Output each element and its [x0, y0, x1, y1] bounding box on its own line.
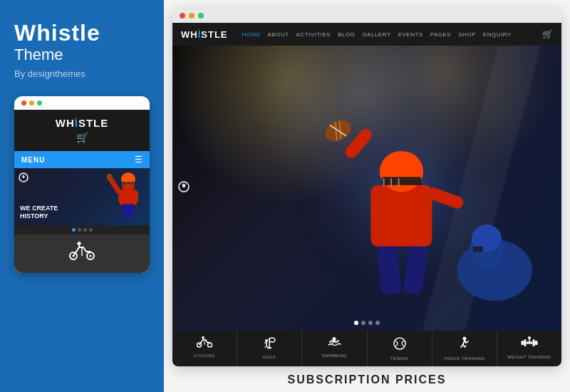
desktop-top-bar	[172, 9, 561, 23]
sport-tennis[interactable]: TENNIS	[368, 331, 432, 366]
left-panel: Whistle Theme By designthemes WHİSTLE 🛒 …	[0, 0, 164, 392]
svg-point-19	[78, 242, 81, 244]
mobile-dot-green	[37, 100, 42, 105]
mobile-cart-icon: 🛒	[76, 132, 88, 143]
mobile-player-silhouette	[107, 172, 150, 225]
svg-point-42	[208, 343, 212, 347]
cycling-label: CYCLING	[175, 354, 234, 358]
mobile-dot-red	[21, 100, 26, 105]
brand-subtitle: Theme	[14, 46, 63, 64]
hero-slide-dots	[354, 321, 380, 325]
desktop-hero	[172, 46, 561, 331]
mobile-dot-2	[78, 228, 81, 232]
desktop-nav-cart-icon[interactable]: 🛒	[542, 29, 553, 39]
nav-item-shop[interactable]: SHOP	[458, 31, 476, 38]
mobile-hero-text: WE CREATE HISTORY	[20, 205, 58, 221]
svg-point-51	[265, 339, 268, 342]
track-training-label: TRACK TRAINING	[435, 356, 494, 361]
tennis-label: TENNIS	[370, 356, 429, 361]
mobile-dark-section: WHİSTLE 🛒	[14, 110, 150, 151]
track-training-icon	[435, 336, 494, 354]
brand-title-text: Whistle	[14, 20, 100, 46]
nav-item-activities[interactable]: ACTIVITIES	[296, 31, 331, 38]
hero-sport-icon	[178, 181, 190, 195]
svg-line-10	[110, 179, 118, 191]
desktop-dot-red	[180, 13, 185, 19]
hero-dot-3	[368, 321, 373, 325]
svg-point-56	[333, 337, 336, 341]
svg-marker-1	[22, 175, 25, 178]
svg-rect-29	[381, 177, 420, 185]
sports-bar: CYCLING	[172, 331, 561, 366]
hero-dot-2	[361, 321, 366, 325]
nav-item-blog[interactable]: BLOG	[338, 31, 355, 38]
swimming-label: SWIMMING	[305, 354, 363, 358]
svg-rect-61	[521, 341, 524, 345]
desktop-nav-logo: WHİSTLE	[181, 29, 228, 40]
mobile-cycling-icon	[21, 242, 142, 266]
swimming-icon	[305, 336, 363, 351]
desktop-nav-items: HOME ABOUT ACTIVITIES BLOG GALLERY EVENT…	[242, 31, 542, 38]
svg-rect-62	[524, 339, 526, 346]
svg-point-66	[528, 336, 531, 339]
golf-label: GOLF	[240, 355, 299, 359]
hero-player-figure	[270, 60, 542, 331]
svg-rect-6	[123, 204, 128, 218]
svg-line-55	[266, 346, 268, 348]
weight-training-label: WEIGHT TRAINING	[500, 355, 559, 359]
mobile-soccer-ball-icon	[19, 172, 28, 185]
desktop-nav-logo-highlight: İ	[198, 29, 202, 40]
sport-track-training[interactable]: TRACK TRAINING	[432, 331, 497, 366]
mobile-dot-4	[89, 228, 93, 232]
sport-weight-training[interactable]: WEIGHT TRAINING	[497, 331, 561, 366]
svg-rect-65	[534, 341, 537, 345]
hero-dot-4	[375, 321, 380, 325]
mobile-logo-highlight: İ	[75, 117, 78, 129]
weight-training-icon	[500, 336, 559, 353]
right-panel: WHİSTLE HOME ABOUT ACTIVITIES BLOG GALLE…	[164, 0, 570, 392]
hero-dot-1	[354, 321, 358, 325]
svg-point-28	[379, 151, 423, 192]
subscription-title: SUBSCRIPTION PRICES	[172, 373, 561, 386]
mobile-slide-dots	[14, 225, 150, 234]
tennis-icon	[370, 336, 429, 354]
mobile-logo: WHİSTLE	[21, 117, 142, 129]
bottom-section: SUBSCRIPTION PRICES	[172, 366, 561, 392]
nav-item-about[interactable]: ABOUT	[268, 31, 289, 38]
mobile-cycling-section	[14, 234, 150, 273]
desktop-dot-green	[198, 13, 204, 19]
sport-cycling[interactable]: CYCLING	[172, 331, 237, 366]
desktop-mockup: WHİSTLE HOME ABOUT ACTIVITIES BLOG GALLE…	[172, 9, 561, 366]
mobile-menu-label: MENU	[21, 156, 45, 164]
nav-item-enquiry[interactable]: ENQUIRY	[483, 31, 512, 38]
mobile-top-bar	[14, 96, 150, 110]
nav-item-gallery[interactable]: GALLERY	[362, 31, 390, 38]
sport-swimming[interactable]: SWIMMING	[302, 331, 367, 366]
nav-item-home[interactable]: HOME	[242, 31, 261, 38]
desktop-dot-yellow	[189, 13, 195, 19]
svg-marker-21	[182, 183, 186, 187]
nav-item-events[interactable]: EVENTS	[398, 31, 423, 38]
svg-point-59	[394, 338, 405, 349]
mobile-hero: WE CREATE HISTORY	[14, 168, 150, 225]
nav-item-pages[interactable]: PAGES	[430, 31, 451, 38]
golf-icon	[240, 336, 299, 353]
mobile-menu-bar[interactable]: MENU ☰	[14, 151, 150, 168]
cycling-icon	[175, 336, 234, 351]
svg-rect-25	[370, 185, 432, 247]
svg-rect-5	[133, 191, 138, 202]
mobile-dot-3	[83, 228, 87, 232]
svg-rect-64	[532, 339, 534, 346]
desktop-nav: WHİSTLE HOME ABOUT ACTIVITIES BLOG GALLE…	[172, 23, 561, 46]
svg-rect-40	[472, 247, 482, 252]
sport-golf[interactable]: GOLF	[237, 331, 302, 366]
svg-point-48	[269, 338, 275, 342]
hamburger-icon: ☰	[135, 155, 142, 165]
brand-by: By designthemes	[14, 68, 86, 79]
svg-point-15	[90, 255, 92, 257]
svg-rect-7	[128, 204, 134, 218]
mobile-dot-yellow	[29, 100, 34, 105]
mobile-mockup: WHİSTLE 🛒 MENU ☰	[14, 96, 150, 273]
mobile-dot-1	[72, 228, 76, 232]
brand-title: Whistle	[14, 21, 100, 44]
